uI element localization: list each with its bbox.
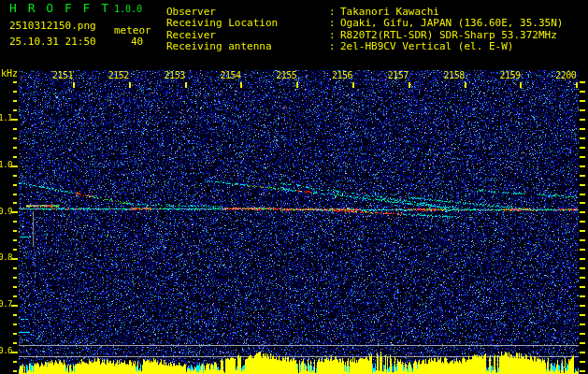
x-axis-tick-label: 2200	[555, 71, 576, 81]
filename-label: 2510312150.png	[9, 21, 96, 32]
y-axis-tick-label: 0.8	[0, 253, 12, 262]
info-label: Receiver	[166, 30, 216, 41]
x-axis-tick-label: 2155	[276, 71, 296, 81]
x-axis-tick-label: 2154	[220, 71, 240, 81]
datetime-label: 25.10.31 21:50	[9, 36, 96, 48]
x-axis-tick-label: 2153	[165, 71, 185, 81]
hrofft-screen: H R O F F T 1.0.0 2510312150.png meteor …	[0, 0, 588, 374]
spectrogram-canvas	[0, 0, 588, 374]
y-axis-tick-label: 0.6	[0, 347, 12, 355]
info-value: Ogaki, Gifu, JAPAN (136.60E, 35.35N)	[340, 18, 563, 29]
x-axis-tick-label: 2158	[444, 71, 465, 81]
info-label: Receiving antenna	[166, 41, 272, 52]
info-label: Receiving Location	[166, 18, 278, 29]
info-value: 2el-HB9CV Vertical (el. E-W)	[340, 41, 513, 52]
x-axis-tick-label: 2156	[332, 71, 352, 81]
x-axis-tick-label: 2151	[52, 71, 73, 81]
y-axis-tick-label: 0.7	[0, 300, 12, 309]
y-axis-unit-label: kHz	[1, 69, 18, 79]
y-axis-tick-label: 1.1	[0, 114, 12, 122]
info-value: Takanori Kawachi	[340, 7, 439, 18]
sample-count-label: 40	[131, 36, 143, 48]
x-axis-tick-label: 2152	[108, 71, 129, 81]
version-label: 1.0.0	[114, 5, 142, 15]
info-value: R820T2(RTL-SDR) SDR-Sharp 53.372MHz	[340, 30, 557, 41]
y-axis-tick-label: 0.9	[0, 208, 12, 216]
app-title: H R O F F T	[9, 2, 110, 15]
mode-label: meteor	[114, 25, 151, 36]
x-axis-tick-label: 2157	[388, 71, 409, 81]
y-axis-tick-label: 1.0	[0, 161, 12, 169]
info-label: Observer	[166, 7, 216, 18]
x-axis-tick-label: 2159	[499, 71, 520, 81]
